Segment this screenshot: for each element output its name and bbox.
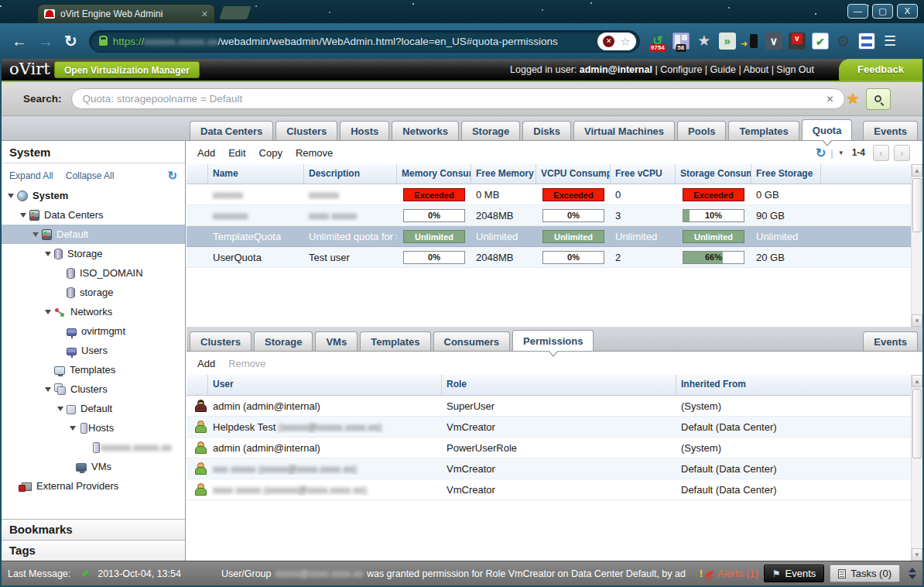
scroll-up-icon[interactable]: ▲: [912, 164, 922, 177]
row-expander-icon[interactable]: [197, 189, 207, 201]
tab-pools[interactable]: Pools: [677, 121, 726, 140]
scrollbar-thumb[interactable]: [912, 389, 922, 458]
about-link[interactable]: About: [743, 64, 768, 75]
tab-hosts[interactable]: Hosts: [340, 121, 389, 140]
permission-row[interactable]: Helpdesk Test (xxxxx@xxxxx.xxxx.xx) VmCr…: [187, 417, 911, 438]
tab-events[interactable]: Events: [863, 121, 918, 140]
ssl-lock-icon[interactable]: [99, 39, 108, 46]
prev-page-button[interactable]: ‹: [873, 145, 889, 161]
permission-row[interactable]: admin (admin@internal) SuperUser (System…: [187, 396, 911, 417]
column-free-memory[interactable]: Free Memory: [471, 164, 536, 184]
new-tab-button[interactable]: [219, 6, 252, 19]
row-expander-icon[interactable]: [197, 210, 207, 221]
tree-item-networks[interactable]: Networks: [2, 302, 185, 321]
permissions-grid-scrollbar[interactable]: ▲ ▼: [911, 375, 922, 561]
subtab-storage[interactable]: Storage: [254, 331, 313, 351]
tree-item-storage[interactable]: Storage: [2, 244, 185, 263]
browser-tab[interactable]: oVirt Engine Web Admini ✕: [37, 4, 215, 23]
subtab-vms[interactable]: VMs: [315, 331, 358, 351]
column-storage-consumption[interactable]: Storage Consump: [676, 164, 751, 184]
quota-row[interactable]: xxxxxx xxxxxx Exceeded 0 MB Exceeded 0 E…: [187, 184, 911, 205]
quota-row[interactable]: xxxxxxx xxxx xxxxx 0% 2048MB 0% 3 10% 90…: [187, 205, 911, 226]
alerts-button[interactable]: ! Alerts (1): [700, 568, 758, 579]
checker-extension-icon[interactable]: ✔: [812, 33, 829, 50]
bookmark-search-icon[interactable]: ★: [847, 90, 860, 108]
tab-clusters[interactable]: Clusters: [275, 121, 337, 140]
forward-button[interactable]: →: [38, 33, 53, 49]
search-clear-icon[interactable]: ✕: [826, 94, 834, 105]
quota-row-selected[interactable]: TemplateQuota Unlimited quota for t Unli…: [187, 226, 911, 247]
feedback-button[interactable]: Feedback: [839, 59, 922, 81]
gear-icon[interactable]: ⚙: [835, 33, 852, 50]
configure-link[interactable]: Configure: [660, 64, 702, 75]
add-button[interactable]: Add: [197, 147, 215, 159]
tree-item-storage-domain[interactable]: storage: [2, 283, 185, 302]
column-free-storage[interactable]: Free Storage: [751, 164, 821, 184]
tab-disks[interactable]: Disks: [522, 121, 571, 140]
subtab-permissions[interactable]: Permissions: [512, 330, 594, 351]
tab-virtual-machines[interactable]: Virtual Machines: [573, 121, 675, 140]
tree-item-users[interactable]: Users: [2, 341, 185, 360]
tree-item-iso-domain[interactable]: ISO_DOMAIN: [2, 263, 185, 283]
search-input[interactable]: [71, 88, 845, 109]
subtab-clusters[interactable]: Clusters: [190, 331, 252, 351]
subtab-templates[interactable]: Templates: [360, 331, 430, 351]
tree-item-host[interactable]: xxxxxx.xxxxx.xx: [2, 438, 185, 457]
tree-item-default-dc[interactable]: Default: [2, 225, 185, 244]
star-extension-icon[interactable]: ★: [696, 33, 713, 50]
tree-item-templates[interactable]: Templates: [2, 360, 185, 379]
tab-data-centers[interactable]: Data Centers: [190, 121, 273, 140]
tab-templates[interactable]: Templates: [728, 121, 799, 140]
minimize-button[interactable]: —: [847, 4, 868, 19]
column-name[interactable]: Name: [208, 164, 304, 184]
subtab-events[interactable]: Events: [863, 331, 918, 351]
permission-row[interactable]: admin (admin@internal) PowerUserRole (Sy…: [187, 438, 911, 458]
events-footer-button[interactable]: ⚑ Events: [764, 565, 825, 582]
share-extension-icon[interactable]: »: [719, 33, 736, 50]
sign-out-link[interactable]: Sign Out: [776, 64, 814, 75]
pocket-extension-icon[interactable]: ∨: [765, 33, 782, 50]
tab-networks[interactable]: Networks: [392, 121, 459, 140]
column-free-vcpu[interactable]: Free vCPU: [611, 164, 676, 184]
scrollbar-thumb[interactable]: [912, 178, 922, 232]
close-button[interactable]: X: [897, 4, 918, 19]
tree-item-vms[interactable]: VMs: [2, 457, 185, 476]
sync-extension-icon[interactable]: ↺9754: [649, 33, 666, 50]
tree-item-external-providers[interactable]: External Providers: [2, 476, 185, 496]
tab-close-icon[interactable]: ✕: [201, 9, 208, 19]
footer-resize-control[interactable]: [909, 568, 916, 579]
tree-item-data-centers[interactable]: Data Centers: [2, 205, 185, 225]
permission-add-button[interactable]: Add: [197, 358, 215, 369]
tree-item-clusters[interactable]: Clusters: [2, 379, 185, 399]
tasks-footer-button[interactable]: Tasks (0): [830, 565, 900, 582]
subtab-consumers[interactable]: Consumers: [433, 331, 511, 351]
tree-refresh-icon[interactable]: ↻: [167, 169, 177, 183]
search-go-button[interactable]: [866, 88, 891, 110]
content-blocked-icon[interactable]: ✕: [603, 36, 614, 47]
tree-item-default-cluster[interactable]: Default: [2, 399, 185, 418]
collapse-all-link[interactable]: Collapse All: [66, 170, 115, 181]
tree-item-hosts[interactable]: Hosts: [2, 418, 185, 438]
url-bar[interactable]: https:// xxxxxx.xxxxx.xx /webadmin/webad…: [89, 30, 640, 53]
scroll-up-icon[interactable]: ▲: [912, 375, 922, 387]
shield-extension-icon[interactable]: [789, 33, 806, 50]
tree-item-system[interactable]: System: [2, 186, 185, 205]
bookmark-star-icon[interactable]: ☆: [620, 36, 630, 47]
last-message-text[interactable]: User/Group xxxxx@xxxx.xxxx.xx was grante…: [221, 568, 686, 579]
permission-row[interactable]: xxxx xxxxx (xxxxxx@xxxx.xxxx.xx) VmCreat…: [187, 479, 911, 500]
tab-storage[interactable]: Storage: [461, 121, 520, 140]
column-role[interactable]: Role: [442, 375, 676, 395]
row-expander-icon[interactable]: [197, 252, 207, 263]
scroll-down-icon[interactable]: ▼: [912, 314, 922, 327]
refresh-options-caret-icon[interactable]: ▼: [838, 149, 844, 156]
column-vcpu-consumption[interactable]: VCPU Consumptio: [536, 164, 611, 184]
quota-grid-scrollbar[interactable]: ▲ ▼: [911, 164, 922, 327]
column-description[interactable]: Description: [304, 164, 397, 184]
back-button[interactable]: ←: [12, 33, 27, 49]
send-to-phone-icon[interactable]: [742, 33, 759, 50]
reload-button[interactable]: ↻: [64, 33, 77, 49]
row-expander-icon[interactable]: [197, 231, 207, 242]
edit-button[interactable]: Edit: [228, 147, 245, 159]
next-page-button[interactable]: ›: [894, 145, 910, 161]
scroll-down-icon[interactable]: ▼: [912, 548, 922, 561]
